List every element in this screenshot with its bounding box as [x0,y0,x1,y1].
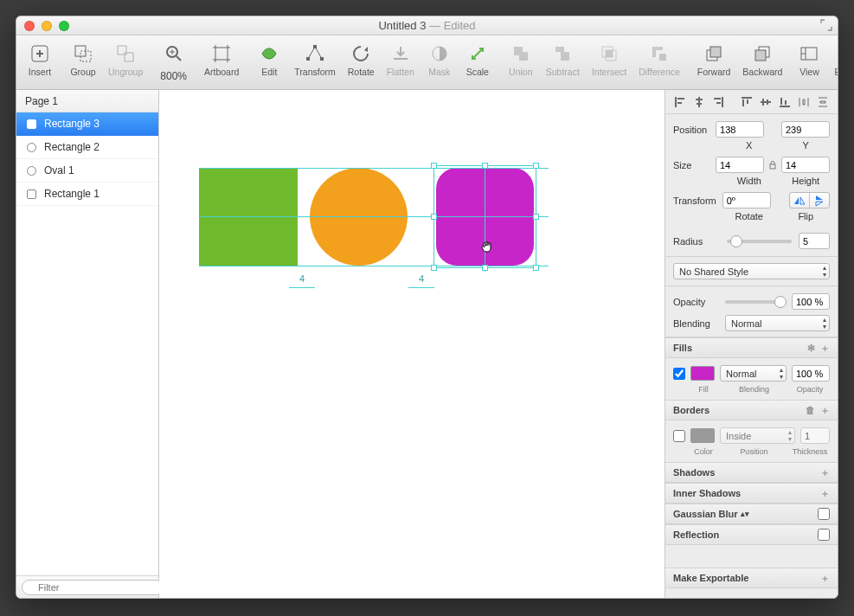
layer-row[interactable]: Rectangle 2 [16,136,158,159]
opacity-slider[interactable] [725,300,787,304]
align-right-button[interactable] [711,94,725,110]
shape-rectangle-1[interactable] [199,168,298,266]
zoom-window-button[interactable] [59,21,69,31]
artboard-button[interactable]: Artboard [199,39,244,77]
fill-color-swatch[interactable] [690,366,715,381]
view-button[interactable]: View [791,39,827,77]
align-center-h-button[interactable] [692,94,706,110]
intersect-icon [596,41,622,67]
radius-input[interactable] [799,233,830,249]
transform-icon [302,41,328,67]
insert-button[interactable]: Insert [22,39,58,77]
svg-rect-7 [306,57,310,61]
opacity-label: Opacity [673,297,720,307]
flatten-button[interactable]: Flatten [382,39,420,77]
rotate-button[interactable]: Rotate [343,39,380,77]
distribute-h-button[interactable] [797,94,811,110]
resize-handle[interactable] [533,214,539,220]
distance-indicator [408,287,434,288]
export-icon [835,41,838,67]
rotate-icon [348,41,374,67]
union-button[interactable]: Union [503,39,539,77]
add-shadow-button[interactable]: ＋ [820,466,830,479]
add-inner-shadow-button[interactable]: ＋ [820,487,830,500]
flip-vertical-button[interactable] [810,193,829,208]
shape-oval-1[interactable] [310,168,408,266]
reflection-header[interactable]: Reflection [665,524,838,545]
lock-aspect-icon[interactable] [769,161,776,170]
position-x-input[interactable] [716,121,764,138]
resize-handle[interactable] [482,265,488,271]
blur-enabled-checkbox[interactable] [818,508,830,520]
layer-name: Rectangle 2 [44,141,100,153]
fill-opacity-input[interactable] [792,365,830,382]
export-button[interactable]: Export [829,39,838,77]
backward-button[interactable]: Backward [737,39,787,77]
border-position-select[interactable]: Inside▴▾ [720,427,795,444]
add-export-button[interactable]: ＋ [820,572,830,585]
resize-handle[interactable] [533,163,539,169]
transform-button[interactable]: Transform [289,39,340,77]
svg-rect-8 [313,45,317,48]
resize-handle[interactable] [431,265,437,271]
zoom-control[interactable]: 800% [155,39,192,82]
fill-blend-select[interactable]: Normal▴▾ [720,365,787,382]
subtract-button[interactable]: Subtract [541,39,585,77]
subtract-icon [549,41,575,67]
resize-handle[interactable] [431,163,437,169]
difference-button[interactable]: Difference [633,39,685,77]
close-window-button[interactable] [24,21,35,31]
canvas[interactable]: 4 4 [159,90,665,598]
minimize-window-button[interactable] [42,21,52,31]
align-top-button[interactable] [740,94,754,110]
distribute-v-button[interactable] [816,94,830,110]
trash-icon[interactable]: 🗑 [806,405,815,415]
fullscreen-icon[interactable] [820,19,832,31]
rotate-input[interactable] [722,192,771,209]
shared-style-select[interactable]: No Shared Style ▴▾ [673,263,830,279]
resize-handle[interactable] [533,265,539,271]
border-enabled-checkbox[interactable] [673,430,685,442]
mask-button[interactable]: Mask [421,39,458,77]
height-input[interactable] [781,157,830,173]
width-input[interactable] [716,157,764,173]
shadows-header[interactable]: Shadows ＋ [665,462,838,483]
gear-icon[interactable]: ✻ [807,343,815,354]
scale-button[interactable]: Scale [459,39,496,77]
position-y-input[interactable] [781,121,830,138]
inner-shadows-header[interactable]: Inner Shadows ＋ [665,483,838,504]
border-thickness-input[interactable] [800,427,830,444]
page-header[interactable]: Page 1 [16,90,158,112]
blending-select[interactable]: Normal▴▾ [725,315,830,331]
border-color-swatch[interactable] [690,428,715,443]
radius-label: Radius [673,236,720,247]
fill-enabled-checkbox[interactable] [673,368,685,380]
gaussian-blur-header[interactable]: Gaussian Blur▴▾ [665,504,838,524]
align-center-v-button[interactable] [759,94,773,110]
borders-header: Borders 🗑 ＋ [665,400,838,420]
layer-row[interactable]: Rectangle 3 [16,112,158,136]
intersect-button[interactable]: Intersect [587,39,632,77]
svg-rect-15 [710,47,721,57]
layers-list: Rectangle 3Rectangle 2Oval 1Rectangle 1 [16,112,158,575]
layer-row[interactable]: Oval 1 [16,159,158,183]
reflection-enabled-checkbox[interactable] [818,529,830,541]
scale-icon [465,41,491,67]
layer-row[interactable]: Rectangle 1 [16,183,158,206]
align-bottom-button[interactable] [778,94,792,110]
ungroup-button[interactable]: Ungroup [103,39,148,77]
backward-icon [749,41,775,67]
add-border-button[interactable]: ＋ [820,404,830,417]
layers-panel: Page 1 Rectangle 3Rectangle 2Oval 1Recta… [16,90,159,598]
plus-icon [27,41,53,67]
forward-button[interactable]: Forward [692,39,736,77]
opacity-input[interactable] [792,293,830,310]
radius-slider[interactable] [727,240,792,243]
make-exportable-header[interactable]: Make Exportable ＋ [665,568,838,588]
flip-horizontal-button[interactable] [790,193,810,208]
align-left-button[interactable] [673,94,687,110]
add-fill-button[interactable]: ＋ [820,342,830,355]
edit-button[interactable]: Edit [251,39,287,77]
group-button[interactable]: Group [65,39,101,77]
filter-input[interactable] [22,580,164,595]
